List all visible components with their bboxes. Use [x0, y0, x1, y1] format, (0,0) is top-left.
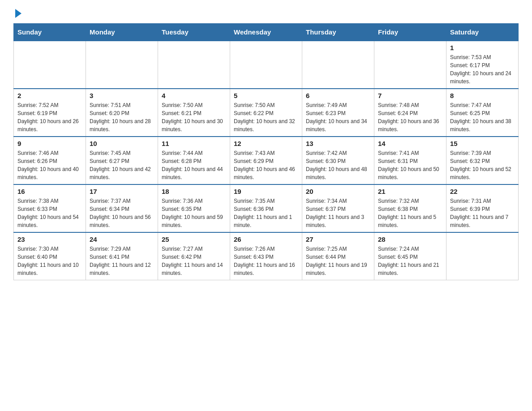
calendar-cell: [14, 41, 86, 89]
day-info: Sunrise: 7:44 AMSunset: 6:28 PMDaylight:…: [162, 149, 226, 181]
calendar-cell: 5Sunrise: 7:50 AMSunset: 6:22 PMDaylight…: [230, 89, 302, 137]
calendar-cell: 8Sunrise: 7:47 AMSunset: 6:25 PMDaylight…: [446, 89, 519, 137]
calendar-cell: 14Sunrise: 7:41 AMSunset: 6:31 PMDayligh…: [374, 137, 446, 184]
day-info: Sunrise: 7:52 AMSunset: 6:19 PMDaylight:…: [17, 101, 82, 133]
day-info: Sunrise: 7:37 AMSunset: 6:34 PMDaylight:…: [90, 197, 154, 229]
calendar-cell: 16Sunrise: 7:38 AMSunset: 6:33 PMDayligh…: [14, 184, 86, 232]
calendar-week-row: 23Sunrise: 7:30 AMSunset: 6:40 PMDayligh…: [14, 232, 519, 280]
day-info: Sunrise: 7:39 AMSunset: 6:32 PMDaylight:…: [450, 149, 515, 181]
calendar-cell: 7Sunrise: 7:48 AMSunset: 6:24 PMDaylight…: [374, 89, 446, 137]
day-number: 22: [450, 188, 515, 195]
day-info: Sunrise: 7:50 AMSunset: 6:21 PMDaylight:…: [162, 101, 226, 133]
day-info: Sunrise: 7:41 AMSunset: 6:31 PMDaylight:…: [378, 149, 442, 181]
day-info: Sunrise: 7:49 AMSunset: 6:23 PMDaylight:…: [306, 101, 370, 133]
calendar-cell: [230, 41, 302, 89]
day-number: 21: [378, 188, 442, 195]
calendar-cell: 13Sunrise: 7:42 AMSunset: 6:30 PMDayligh…: [302, 137, 374, 184]
calendar-cell: 25Sunrise: 7:27 AMSunset: 6:42 PMDayligh…: [158, 232, 230, 280]
calendar-cell: 3Sunrise: 7:51 AMSunset: 6:20 PMDaylight…: [86, 89, 158, 137]
day-number: 26: [234, 235, 298, 243]
calendar-day-header: Monday: [86, 24, 158, 41]
day-info: Sunrise: 7:43 AMSunset: 6:29 PMDaylight:…: [234, 149, 298, 181]
calendar-cell: 11Sunrise: 7:44 AMSunset: 6:28 PMDayligh…: [158, 137, 230, 184]
calendar-day-header: Friday: [374, 24, 446, 41]
day-info: Sunrise: 7:29 AMSunset: 6:41 PMDaylight:…: [90, 245, 154, 277]
calendar-day-header: Saturday: [446, 24, 519, 41]
day-number: 1: [450, 44, 515, 51]
calendar-cell: 17Sunrise: 7:37 AMSunset: 6:34 PMDayligh…: [86, 184, 158, 232]
calendar-cell: [158, 41, 230, 89]
day-number: 5: [234, 92, 298, 99]
day-info: Sunrise: 7:38 AMSunset: 6:33 PMDaylight:…: [17, 197, 82, 229]
day-number: 3: [90, 92, 154, 99]
logo-arrow-icon: [15, 9, 21, 18]
calendar-cell: 6Sunrise: 7:49 AMSunset: 6:23 PMDaylight…: [302, 89, 374, 137]
page-header: [13, 9, 519, 19]
calendar-cell: 27Sunrise: 7:25 AMSunset: 6:44 PMDayligh…: [302, 232, 374, 280]
calendar-cell: 20Sunrise: 7:34 AMSunset: 6:37 PMDayligh…: [302, 184, 374, 232]
calendar-cell: 24Sunrise: 7:29 AMSunset: 6:41 PMDayligh…: [86, 232, 158, 280]
calendar-week-row: 9Sunrise: 7:46 AMSunset: 6:26 PMDaylight…: [14, 137, 519, 184]
day-number: 28: [378, 235, 442, 243]
day-number: 15: [450, 140, 515, 147]
day-number: 25: [162, 235, 226, 243]
day-info: Sunrise: 7:27 AMSunset: 6:42 PMDaylight:…: [162, 245, 226, 277]
calendar-header-row: SundayMondayTuesdayWednesdayThursdayFrid…: [14, 24, 519, 41]
calendar-week-row: 2Sunrise: 7:52 AMSunset: 6:19 PMDaylight…: [14, 89, 519, 137]
calendar-cell: 28Sunrise: 7:24 AMSunset: 6:45 PMDayligh…: [374, 232, 446, 280]
calendar-cell: 19Sunrise: 7:35 AMSunset: 6:36 PMDayligh…: [230, 184, 302, 232]
day-number: 27: [306, 235, 370, 243]
day-info: Sunrise: 7:31 AMSunset: 6:39 PMDaylight:…: [450, 197, 515, 229]
calendar-cell: 15Sunrise: 7:39 AMSunset: 6:32 PMDayligh…: [446, 137, 519, 184]
calendar-cell: 12Sunrise: 7:43 AMSunset: 6:29 PMDayligh…: [230, 137, 302, 184]
calendar-cell: 10Sunrise: 7:45 AMSunset: 6:27 PMDayligh…: [86, 137, 158, 184]
calendar-table: SundayMondayTuesdayWednesdayThursdayFrid…: [13, 23, 519, 280]
calendar-cell: 9Sunrise: 7:46 AMSunset: 6:26 PMDaylight…: [14, 137, 86, 184]
calendar-cell: 1Sunrise: 7:53 AMSunset: 6:17 PMDaylight…: [446, 41, 519, 89]
day-number: 4: [162, 92, 226, 99]
calendar-week-row: 1Sunrise: 7:53 AMSunset: 6:17 PMDaylight…: [14, 41, 519, 89]
day-number: 14: [378, 140, 442, 147]
day-info: Sunrise: 7:47 AMSunset: 6:25 PMDaylight:…: [450, 101, 515, 133]
calendar-cell: [446, 232, 519, 280]
calendar-cell: [86, 41, 158, 89]
day-number: 24: [90, 235, 154, 243]
calendar-cell: 4Sunrise: 7:50 AMSunset: 6:21 PMDaylight…: [158, 89, 230, 137]
day-info: Sunrise: 7:30 AMSunset: 6:40 PMDaylight:…: [17, 245, 82, 277]
calendar-day-header: Tuesday: [158, 24, 230, 41]
day-info: Sunrise: 7:34 AMSunset: 6:37 PMDaylight:…: [306, 197, 370, 229]
day-info: Sunrise: 7:42 AMSunset: 6:30 PMDaylight:…: [306, 149, 370, 181]
calendar-cell: 23Sunrise: 7:30 AMSunset: 6:40 PMDayligh…: [14, 232, 86, 280]
day-info: Sunrise: 7:35 AMSunset: 6:36 PMDaylight:…: [234, 197, 298, 229]
day-number: 2: [17, 92, 82, 99]
day-number: 8: [450, 92, 515, 99]
day-number: 16: [17, 188, 82, 195]
day-info: Sunrise: 7:48 AMSunset: 6:24 PMDaylight:…: [378, 101, 442, 133]
calendar-day-header: Thursday: [302, 24, 374, 41]
day-info: Sunrise: 7:50 AMSunset: 6:22 PMDaylight:…: [234, 101, 298, 133]
day-number: 11: [162, 140, 226, 147]
day-number: 18: [162, 188, 226, 195]
day-info: Sunrise: 7:53 AMSunset: 6:17 PMDaylight:…: [450, 53, 515, 86]
calendar-week-row: 16Sunrise: 7:38 AMSunset: 6:33 PMDayligh…: [14, 184, 519, 232]
day-number: 23: [17, 235, 82, 243]
day-info: Sunrise: 7:36 AMSunset: 6:35 PMDaylight:…: [162, 197, 226, 229]
day-info: Sunrise: 7:26 AMSunset: 6:43 PMDaylight:…: [234, 245, 298, 277]
day-number: 13: [306, 140, 370, 147]
day-number: 17: [90, 188, 154, 195]
day-number: 19: [234, 188, 298, 195]
calendar-cell: 26Sunrise: 7:26 AMSunset: 6:43 PMDayligh…: [230, 232, 302, 280]
day-number: 10: [90, 140, 154, 147]
day-info: Sunrise: 7:24 AMSunset: 6:45 PMDaylight:…: [378, 245, 442, 277]
day-number: 9: [17, 140, 82, 147]
calendar-cell: [374, 41, 446, 89]
day-number: 20: [306, 188, 370, 195]
calendar-day-header: Wednesday: [230, 24, 302, 41]
calendar-cell: 22Sunrise: 7:31 AMSunset: 6:39 PMDayligh…: [446, 184, 519, 232]
day-info: Sunrise: 7:46 AMSunset: 6:26 PMDaylight:…: [17, 149, 82, 181]
day-info: Sunrise: 7:51 AMSunset: 6:20 PMDaylight:…: [90, 101, 154, 133]
calendar-cell: 18Sunrise: 7:36 AMSunset: 6:35 PMDayligh…: [158, 184, 230, 232]
calendar-cell: [302, 41, 374, 89]
day-info: Sunrise: 7:45 AMSunset: 6:27 PMDaylight:…: [90, 149, 154, 181]
calendar-day-header: Sunday: [14, 24, 86, 41]
